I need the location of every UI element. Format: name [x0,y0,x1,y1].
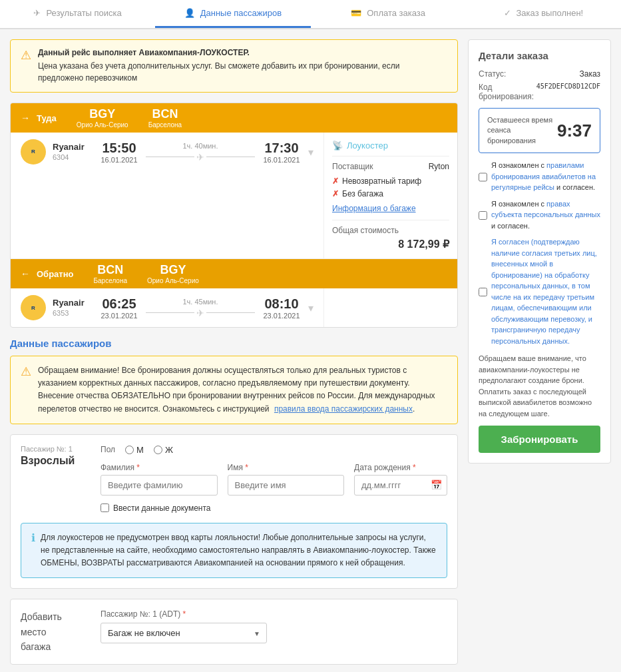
total-label: Общая стоимость [332,226,399,235]
dep-time-block-there: 15:50 16.01.2021 [99,141,139,164]
calendar-icon[interactable]: 📅 [431,480,442,490]
nav-step-done-label: Заказ выполнен! [517,8,584,18]
nav-step-passengers[interactable]: 👤 Данные пассажиров [155,0,310,28]
gender-m-radio[interactable] [125,446,134,454]
from-iata: BGY [77,107,128,121]
gender-f-option[interactable]: Ж [154,445,173,455]
flights-card: → Туда BGY Орио Аль-Серио BCN Барселона [10,103,458,328]
provider-name: Ryton [429,162,449,171]
non-refund-row: ✗ Невозвратный тариф [332,176,449,186]
nav-step-done[interactable]: ✓ Заказ выполнен! [466,0,621,28]
lowcost-info-panel: 📡 Лоукостер Поставщик Ryton ✗ Невозвратн… [324,133,457,258]
lastname-label: Фамилия * [101,463,218,472]
baggage-info-link[interactable]: Информация о багаже [332,204,449,213]
nav-step-payment-label: Оплата заказа [367,8,425,18]
arr-time-back: 08:10 [262,296,302,312]
x-icon-refund: ✗ [332,176,339,186]
checkbox1[interactable] [479,161,487,193]
ryanair-logo-back: R [21,295,46,320]
back-to-iata: BGY [147,263,199,277]
plane-back-icon: ✈ [196,308,204,318]
dep-time-back: 06:25 [99,296,139,312]
firstname-group: Имя * [228,463,345,496]
lowcost-warning-banner: ⚠ Данный рейс выполняет Авиакомпания-ЛОУ… [10,39,458,93]
checkbox3-link[interactable]: Я согласен (подтверждаю наличие согласия… [491,236,600,346]
no-baggage-row: ✗ Без багажа [332,189,449,198]
provider-label: Поставщик [332,162,373,171]
passenger-form-card: Пассажир №: 1 Взрослый Пол М Ж [10,434,458,589]
nav-step-search-label: Результаты поиска [46,8,121,18]
firstname-input[interactable] [228,475,345,496]
arr-time-block-there: 17:30 16.01.2021 [262,141,302,164]
baggage-pax-label: Пассажир №: 1 (ADT) * [101,609,447,619]
duration-there: 1ч. 40мин. [146,142,255,150]
checkbox1-text: Я ознакомлен с [491,161,544,169]
flight-there-header: → Туда BGY Орио Аль-Серио BCN Барселона [11,103,457,133]
arr-time-block-back: 08:10 23.01.2021 [262,296,302,320]
back-from-city-block: BCN Барселона [93,263,127,284]
status-row: Статус: Заказ [479,69,600,79]
passenger-warning-box: ⚠ Обращаем внимание! Все бронирования до… [10,356,458,424]
nav-step-payment[interactable]: 💳 Оплата заказа [311,0,466,28]
flight-there-label: Туда [37,113,57,123]
nav-step-search[interactable]: ✈ Результаты поиска [0,0,155,28]
lastname-input[interactable] [101,475,218,496]
passenger-section-title: Данные пассажиров [10,338,458,349]
status-value: Заказ [580,69,600,79]
right-panel: Детали заказа Статус: Заказ Код брониров… [468,39,611,464]
doc-checkbox-label: Ввести данные документа [113,504,211,513]
expand-icon-back[interactable]: ▾ [308,302,313,314]
card-icon: 💳 [351,8,361,18]
duration-block-back: 1ч. 45мин. ✈ [146,298,255,318]
doc-checkbox[interactable] [101,504,109,512]
book-button[interactable]: Забронировать [479,426,600,453]
booking-label: Код бронирования: [479,83,536,101]
checkbox1-suffix: и согласен. [556,183,595,191]
baggage-section: Добавить место багажа Пассажир №: 1 (ADT… [10,599,458,665]
gender-f-label: Ж [165,445,173,455]
lastname-group: Фамилия * [101,463,218,496]
checkbox2[interactable] [479,200,487,232]
dep-date-there: 16.01.2021 [99,156,139,164]
warning-text-line1: Данный рейс выполняет Авиакомпания-ЛОУКО… [38,48,447,57]
checkbox3[interactable] [479,238,487,346]
gender-f-radio[interactable] [154,446,162,454]
from-city-block: BGY Орио Аль-Серио [77,107,128,129]
provider-row: Поставщик Ryton [332,162,449,171]
duration-block-there: 1ч. 40мин. ✈ [146,142,255,163]
lowcost-title: Лоукостер [347,141,388,151]
gender-m-option[interactable]: М [125,445,144,455]
panel-title: Детали заказа [479,50,600,61]
expand-icon-there[interactable]: ▾ [308,146,313,159]
name-fields-row: Фамилия * Имя * Дата рожде [101,463,447,496]
session-label: Оставшееся время сеанса бронирования [487,115,557,146]
baggage-select[interactable]: Багаж не включен 1 место (23 кг) 2 места… [101,623,267,643]
arr-date-back: 23.01.2021 [262,312,302,320]
doc-checkbox-row[interactable]: Ввести данные документа [101,504,447,513]
back-to-city-block: BGY Орио Аль-Серио [147,263,199,284]
dep-time-there: 15:50 [99,141,139,156]
arrow-right-icon: → [21,113,30,123]
flight-back-row: R Ryanair 6353 06:25 23.01.2021 1ч. 45ми… [11,288,323,327]
top-navigation: ✈ Результаты поиска 👤 Данные пассажиров … [0,0,621,29]
total-price: 8 172,99 ₽ [332,238,449,250]
booking-value: 45F2DEFCD8D12CDF [536,83,600,101]
plane-flight-icon: ✈ [196,152,204,163]
passenger-type-label: Взрослый [21,455,87,467]
passenger-icon: 👤 [184,8,195,18]
arrow-left-icon: ← [21,268,30,279]
airline-info-there: Ryanair 6304 [53,142,93,162]
back-from-city: Барселона [93,277,127,284]
airline-info-back: Ryanair 6353 [53,298,93,318]
from-city: Орио Аль-Серио [77,121,128,129]
warning-text-line2: Цена указана без учета дополнительных ус… [38,60,447,84]
gender-row: Пол М Ж [101,445,447,455]
flight-back-header: ← Обратно BCN Барселона BGY Орио Аль-Сер… [11,259,457,288]
gender-section-label: Пол [101,445,115,454]
flight-back-label: Обратно [37,269,73,279]
lowcost-notice: Обращаем ваше внимание, что авиакомпании… [479,353,600,419]
flight-code-back: 6353 [53,309,69,317]
pax-rules-link[interactable]: правила ввода пассажирских данных [274,404,413,414]
x-icon-baggage: ✗ [332,189,339,198]
loyalty-notice-text: Для лоукостеров не предусмотрен ввод кар… [41,531,437,570]
